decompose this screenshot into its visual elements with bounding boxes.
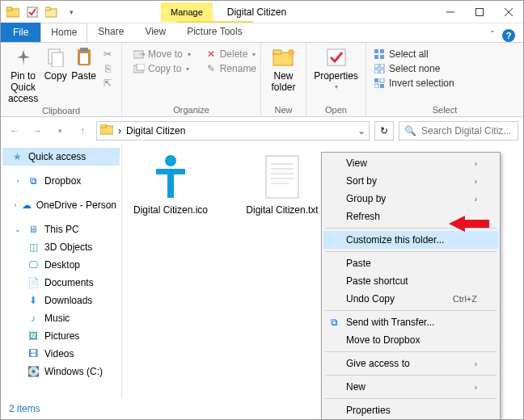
copy-icon <box>44 46 68 69</box>
nav-quick-access[interactable]: ★Quick access <box>2 148 120 166</box>
file-item-txt[interactable]: Digital Citizen.txt <box>242 154 323 216</box>
invert-selection-button[interactable]: Invert selection <box>371 77 458 90</box>
svg-point-19 <box>288 49 294 56</box>
cm-paste-shortcut[interactable]: Paste shortcut <box>323 272 498 290</box>
titlebar: ▾ Manage Digital Citizen <box>1 1 523 23</box>
pin-label: Pin to Quick access <box>6 70 40 104</box>
delete-button[interactable]: ✕Delete <box>202 48 260 61</box>
cm-move-dropbox[interactable]: Move to Dropbox <box>323 331 498 349</box>
copy-button[interactable]: Copy <box>42 46 69 82</box>
tab-file[interactable]: File <box>1 23 40 42</box>
cm-properties[interactable]: Properties <box>323 401 498 419</box>
help-icon[interactable]: ? <box>502 29 515 42</box>
nav-dropbox[interactable]: ›⧉Dropbox <box>2 172 120 190</box>
chevron-right-icon: › <box>475 195 477 204</box>
cm-give-access[interactable]: Give access to› <box>323 355 498 372</box>
svg-rect-32 <box>380 84 384 88</box>
select-none-icon <box>374 63 386 74</box>
pc-icon: 🖥 <box>27 223 40 236</box>
address-bar[interactable]: › Digital Citizen ⌄ <box>96 121 370 141</box>
nav-onedrive[interactable]: ›☁OneDrive - Person <box>2 196 120 214</box>
cm-view[interactable]: View› <box>323 154 498 172</box>
desktop-icon: 🖵 <box>27 258 40 271</box>
back-button[interactable]: ← <box>6 122 23 140</box>
address-dropdown-icon[interactable]: ⌄ <box>357 125 366 136</box>
cm-group-by[interactable]: Group by› <box>323 190 498 208</box>
file-label: Digital Citizen.txt <box>246 204 318 216</box>
group-clipboard: Clipboard <box>6 104 116 116</box>
nav-downloads[interactable]: ⬇Downloads <box>2 292 120 309</box>
search-box[interactable]: 🔍 <box>399 121 518 141</box>
music-icon: ♪ <box>27 312 40 325</box>
delete-icon: ✕ <box>205 48 217 60</box>
documents-icon: 📄 <box>27 276 40 289</box>
properties-label: Properties <box>314 70 358 82</box>
nav-music[interactable]: ♪Music <box>2 309 120 327</box>
paste-button[interactable]: Paste <box>70 46 97 82</box>
svg-rect-18 <box>273 50 281 54</box>
svg-rect-21 <box>374 49 378 53</box>
pin-quick-access-button[interactable]: Pin to Quick access <box>6 46 40 104</box>
path-icon: ⎘ <box>102 63 113 74</box>
separator <box>325 351 497 352</box>
cm-send-transfer[interactable]: ⧉Send with Transfer... <box>323 313 498 331</box>
copy-path-button[interactable]: ⎘ <box>99 62 116 75</box>
chevron-right-icon: › <box>475 159 477 168</box>
ico-thumbnail <box>148 154 193 200</box>
select-none-button[interactable]: Select none <box>371 62 458 75</box>
properties-button[interactable]: Properties ▾ <box>311 46 361 90</box>
qat-newfolder-icon[interactable] <box>43 3 61 21</box>
nav-pictures[interactable]: 🖼Pictures <box>2 327 120 345</box>
svg-rect-23 <box>374 55 378 59</box>
refresh-button[interactable]: ↻ <box>374 121 394 141</box>
tab-home[interactable]: Home <box>40 23 87 42</box>
recent-locations-button[interactable]: ▾ <box>51 122 69 140</box>
breadcrumb[interactable]: Digital Citizen <box>126 125 185 136</box>
maximize-button[interactable] <box>465 2 494 23</box>
tab-picture-tools[interactable]: Picture Tools <box>176 21 252 42</box>
new-folder-button[interactable]: New folder <box>266 46 301 93</box>
up-button[interactable]: ↑ <box>74 122 91 140</box>
svg-rect-26 <box>380 64 384 68</box>
cm-sort-by[interactable]: Sort by› <box>323 172 498 190</box>
group-new: New <box>266 103 301 115</box>
drive-icon: 💽 <box>27 365 40 378</box>
qat-dropdown-icon[interactable]: ▾ <box>62 3 80 21</box>
dropbox-icon: ⧉ <box>27 174 40 187</box>
paste-shortcut-button[interactable]: ⇱ <box>99 77 116 90</box>
file-item-ico[interactable]: Digital Citizen.ico <box>130 154 211 216</box>
folder-small-icon <box>100 124 113 137</box>
cm-new[interactable]: New› <box>323 378 498 396</box>
ribbon: Pin to Quick access Copy Paste ✂ ⎘ ⇱ Cli… <box>1 43 523 117</box>
rename-button[interactable]: ✎Rename <box>202 62 260 75</box>
cm-undo-copy[interactable]: Undo CopyCtrl+Z <box>323 290 498 308</box>
collapse-ribbon-icon[interactable]: ˆ <box>491 30 494 41</box>
nav-windows-c[interactable]: 💽Windows (C:) <box>2 363 120 380</box>
nav-this-pc[interactable]: ⌄🖥This PC <box>2 220 120 238</box>
cm-paste[interactable]: Paste <box>323 254 498 272</box>
qat-properties-icon[interactable] <box>23 3 41 21</box>
nav-3d-objects[interactable]: ◫3D Objects <box>2 238 120 256</box>
forward-button[interactable]: → <box>28 122 46 140</box>
copy-to-button[interactable]: Copy to <box>130 62 194 75</box>
properties-icon <box>324 46 349 69</box>
nav-desktop[interactable]: 🖵Desktop <box>2 256 120 274</box>
select-all-button[interactable]: Select all <box>371 48 458 61</box>
minimize-button[interactable] <box>436 2 465 23</box>
nav-documents[interactable]: 📄Documents <box>2 274 120 292</box>
move-to-button[interactable]: Move to <box>130 48 194 61</box>
tab-share[interactable]: Share <box>87 22 134 42</box>
svg-rect-6 <box>476 8 484 15</box>
new-folder-label: New folder <box>266 70 301 93</box>
shortcut-label: Ctrl+Z <box>453 294 477 304</box>
tab-view[interactable]: View <box>134 22 176 42</box>
group-open: Open <box>311 103 361 115</box>
dropbox-icon: ⧉ <box>327 315 341 330</box>
cut-button[interactable]: ✂ <box>99 48 116 61</box>
rename-icon: ✎ <box>205 63 217 74</box>
search-input[interactable] <box>421 125 510 136</box>
nav-videos[interactable]: 🎞Videos <box>2 345 120 363</box>
svg-rect-20 <box>328 49 345 65</box>
paste-icon <box>72 46 96 69</box>
close-button[interactable] <box>494 2 523 23</box>
